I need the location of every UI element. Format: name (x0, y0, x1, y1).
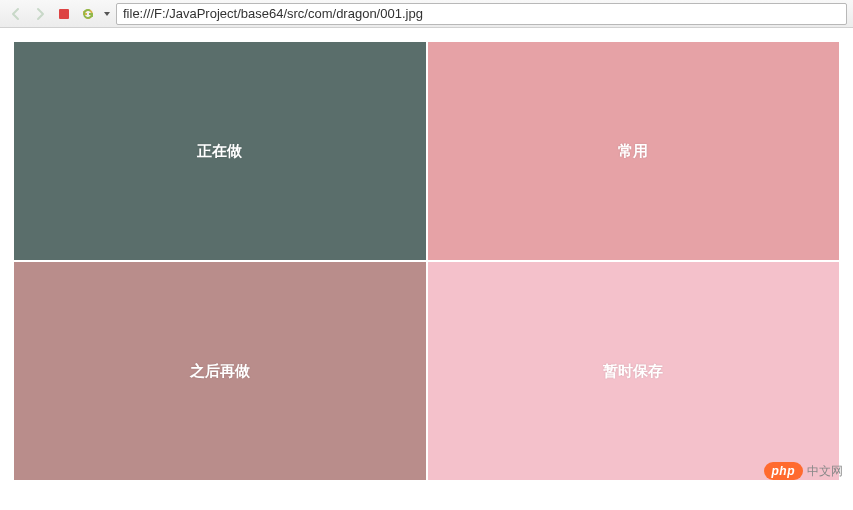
watermark-badge: php (764, 462, 804, 480)
forward-button[interactable] (30, 4, 50, 24)
back-button[interactable] (6, 4, 26, 24)
toolbar-dropdown-icon[interactable] (102, 10, 112, 18)
watermark-text: 中文网 (807, 463, 843, 480)
stop-button[interactable] (54, 4, 74, 24)
refresh-button[interactable] (78, 4, 98, 24)
tile-later[interactable]: 之后再做 (14, 262, 426, 480)
tile-doing[interactable]: 正在做 (14, 42, 426, 260)
tile-frequent[interactable]: 常用 (428, 42, 840, 260)
watermark: php 中文网 (764, 462, 844, 480)
address-bar[interactable] (116, 3, 847, 25)
browser-toolbar (0, 0, 853, 28)
page-content: 正在做 常用 之后再做 暂时保存 (0, 28, 853, 480)
tile-label: 暂时保存 (603, 362, 663, 381)
tile-label: 之后再做 (190, 362, 250, 381)
tile-label: 常用 (618, 142, 648, 161)
tile-label: 正在做 (197, 142, 242, 161)
svg-rect-0 (59, 9, 69, 19)
tile-grid: 正在做 常用 之后再做 暂时保存 (14, 42, 839, 480)
tile-save[interactable]: 暂时保存 (428, 262, 840, 480)
